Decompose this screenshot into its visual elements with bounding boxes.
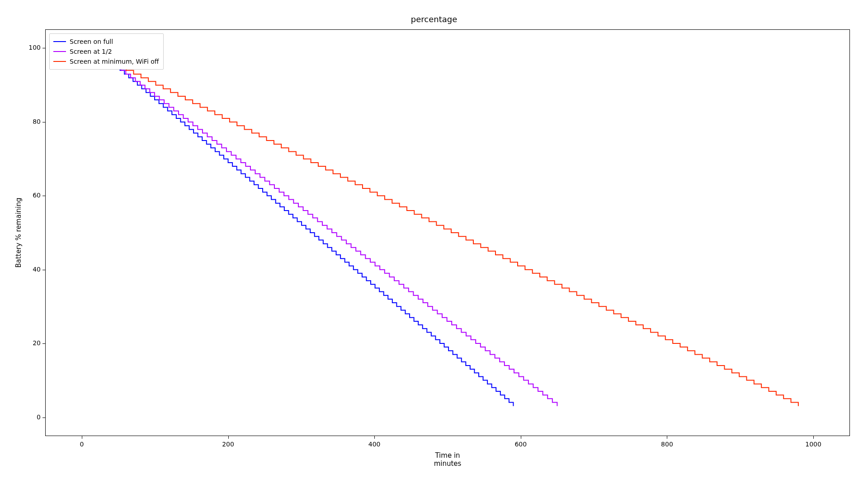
y-tick-mark xyxy=(42,418,45,418)
x-tick-label: 1000 xyxy=(800,441,827,448)
legend-item-1: Screen at 1/2 xyxy=(53,47,159,56)
y-tick-label: 0 xyxy=(23,413,41,421)
chart-lines-svg xyxy=(46,30,849,436)
x-tick-label: 600 xyxy=(507,441,534,448)
x-axis-label: Time in minutes xyxy=(420,451,475,468)
y-tick-label: 60 xyxy=(23,192,41,199)
series-line-0 xyxy=(111,63,513,406)
x-tick-mark xyxy=(82,436,82,439)
y-tick-mark xyxy=(42,196,45,196)
legend: Screen on full Screen at 1/2 Screen at m… xyxy=(49,33,164,70)
x-tick-mark xyxy=(667,436,667,439)
x-tick-mark xyxy=(228,436,229,439)
x-tick-label: 0 xyxy=(68,441,95,448)
legend-swatch-0 xyxy=(53,41,66,42)
y-tick-mark xyxy=(42,270,45,270)
x-tick-mark xyxy=(374,436,375,439)
y-tick-label: 80 xyxy=(23,118,41,125)
y-tick-mark xyxy=(42,48,45,48)
legend-label-2: Screen at minimum, WiFi off xyxy=(70,58,159,65)
x-tick-label: 200 xyxy=(215,441,242,448)
legend-item-2: Screen at minimum, WiFi off xyxy=(53,56,159,66)
y-tick-mark xyxy=(42,343,45,344)
chart-title: percentage xyxy=(0,14,868,24)
plot-area: Screen on full Screen at 1/2 Screen at m… xyxy=(45,29,850,436)
y-axis-label: Battery % remaining xyxy=(14,197,23,269)
x-tick-label: 800 xyxy=(653,441,680,448)
x-tick-mark xyxy=(813,436,814,439)
figure: percentage Screen on full Screen at 1/2 … xyxy=(0,0,868,488)
x-tick-label: 400 xyxy=(361,441,388,448)
y-tick-label: 20 xyxy=(23,339,41,347)
series-line-1 xyxy=(111,63,557,406)
legend-label-0: Screen on full xyxy=(70,38,113,45)
y-tick-mark xyxy=(42,122,45,122)
y-tick-label: 100 xyxy=(23,44,41,51)
y-tick-label: 40 xyxy=(23,266,41,273)
legend-label-1: Screen at 1/2 xyxy=(70,48,112,55)
x-tick-mark xyxy=(521,436,521,439)
legend-item-0: Screen on full xyxy=(53,37,159,47)
legend-swatch-2 xyxy=(53,61,66,62)
legend-swatch-1 xyxy=(53,51,66,52)
